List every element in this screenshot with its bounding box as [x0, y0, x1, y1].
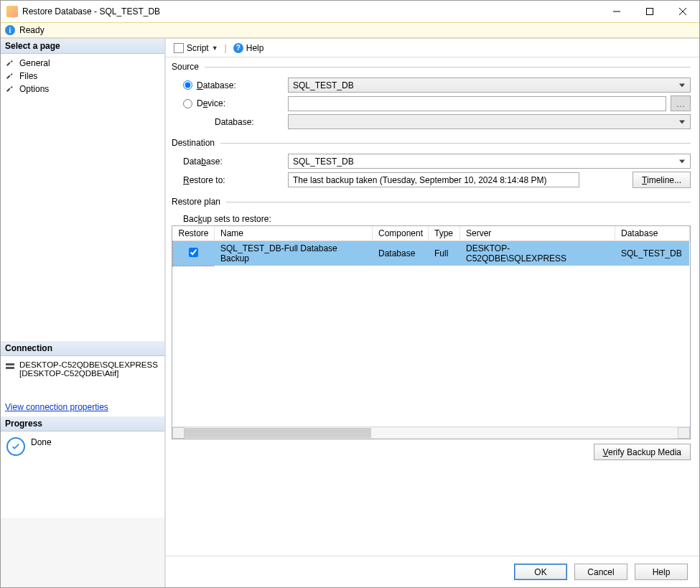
cell-component: Database — [373, 241, 429, 266]
script-label: Script — [187, 43, 209, 53]
page-item-label: Options — [19, 84, 49, 94]
destination-database-label: Database: — [183, 157, 223, 167]
destination-database-select[interactable] — [288, 154, 691, 169]
timeline-button[interactable]: Timeline... — [633, 172, 691, 188]
page-item-label: General — [19, 58, 50, 68]
page-list: General Files Options — [1, 54, 164, 341]
check-circle-icon — [6, 437, 25, 456]
source-database-select[interactable] — [288, 78, 691, 93]
page-item-files[interactable]: Files — [1, 70, 164, 83]
source-device-label: Device: — [197, 98, 225, 108]
select-page-header: Select a page — [1, 39, 164, 54]
restore-to-field[interactable] — [288, 172, 579, 187]
info-icon: i — [5, 25, 15, 35]
source-device-radio[interactable] — [183, 99, 192, 108]
page-item-options[interactable]: Options — [1, 83, 164, 95]
toolbar-separator: | — [225, 43, 227, 53]
col-component[interactable]: Component — [373, 226, 429, 241]
progress-text: Done — [31, 437, 52, 447]
col-server[interactable]: Server — [460, 226, 615, 241]
svg-rect-4 — [6, 363, 14, 365]
app-icon — [6, 6, 18, 17]
cell-type: Full — [429, 241, 460, 266]
wrench-icon — [5, 84, 15, 94]
connection-block: DESKTOP-C52QDBE\SQLEXPRESS [DESKTOP-C52Q… — [1, 356, 164, 416]
connection-value: DESKTOP-C52QDBE\SQLEXPRESS [DESKTOP-C52Q… — [19, 360, 160, 378]
cell-database: SQL_TEST_DB — [615, 241, 690, 266]
main-panel: Script ▼ | ? Help Source Database: — [166, 39, 699, 587]
source-device-database-label: Database: — [215, 117, 254, 127]
titlebar: Restore Database - SQL_TEST_DB — [1, 1, 699, 22]
verify-backup-media-button[interactable]: Verify Backup Media — [594, 444, 691, 460]
dialog-button-bar: OK Cancel Help — [166, 556, 699, 587]
status-strip: i Ready — [1, 22, 699, 38]
help-button-footer[interactable]: Help — [635, 564, 688, 580]
source-device-database-select — [288, 114, 691, 129]
ok-button[interactable]: OK — [514, 564, 567, 580]
cell-name: SQL_TEST_DB-Full Database Backup — [215, 241, 373, 266]
script-button[interactable]: Script ▼ — [172, 42, 220, 54]
table-row[interactable]: SQL_TEST_DB-Full Database Backup Databas… — [173, 241, 690, 266]
cell-server: DESKTOP-C52QDBE\SQLEXPRESS — [460, 241, 615, 266]
server-icon — [5, 362, 15, 372]
view-connection-properties-link[interactable]: View connection properties — [5, 402, 160, 412]
minimize-button[interactable] — [600, 1, 633, 22]
destination-group: Destination Database: Restore to: — [172, 138, 691, 191]
wrench-icon — [5, 58, 15, 68]
backup-sets-label: Backup sets to restore: — [183, 214, 691, 224]
restore-plan-legend: Restore plan — [172, 197, 220, 207]
source-group: Source Database: D — [172, 62, 691, 132]
destination-legend: Destination — [172, 138, 215, 148]
chevron-down-icon: ▼ — [212, 45, 218, 52]
page-item-label: Files — [19, 71, 37, 81]
cancel-button[interactable]: Cancel — [574, 564, 627, 580]
scroll-left-arrow[interactable] — [172, 427, 185, 439]
table-header-row: Restore Name Component Type Server Datab… — [173, 226, 690, 241]
progress-block: Done — [1, 431, 164, 518]
left-panel: Select a page General Files Options — [1, 39, 166, 587]
svg-rect-5 — [6, 367, 14, 369]
source-database-radio[interactable] — [183, 80, 192, 90]
help-label: Help — [246, 43, 264, 53]
col-type[interactable]: Type — [429, 226, 460, 241]
status-text: Ready — [19, 25, 45, 35]
connection-header: Connection — [1, 341, 164, 356]
window-title: Restore Database - SQL_TEST_DB — [22, 6, 600, 17]
progress-header: Progress — [1, 416, 164, 431]
maximize-button[interactable] — [633, 1, 666, 22]
restore-plan-group: Restore plan Backup sets to restore: Res… — [172, 197, 691, 551]
restore-checkbox[interactable] — [189, 248, 198, 257]
close-button[interactable] — [666, 1, 699, 22]
source-device-browse-button[interactable]: … — [671, 95, 691, 111]
backup-sets-table[interactable]: Restore Name Component Type Server Datab… — [172, 225, 691, 439]
col-database[interactable]: Database — [615, 226, 690, 241]
toolbar: Script ▼ | ? Help — [166, 39, 699, 57]
col-restore[interactable]: Restore — [173, 226, 215, 241]
script-icon — [174, 43, 184, 53]
source-database-label: Database: — [197, 80, 236, 90]
source-device-field[interactable] — [288, 96, 666, 111]
col-name[interactable]: Name — [215, 226, 373, 241]
scroll-right-arrow[interactable] — [678, 427, 690, 439]
svg-rect-1 — [647, 9, 653, 15]
source-legend: Source — [172, 62, 199, 72]
help-button[interactable]: ? Help — [231, 42, 266, 54]
page-item-general[interactable]: General — [1, 57, 164, 70]
wrench-icon — [5, 71, 15, 81]
scroll-track[interactable] — [185, 427, 678, 439]
help-icon: ? — [233, 43, 243, 53]
scroll-thumb[interactable] — [185, 428, 371, 438]
horizontal-scrollbar[interactable] — [172, 426, 690, 439]
restore-to-label: Restore to: — [183, 175, 225, 185]
